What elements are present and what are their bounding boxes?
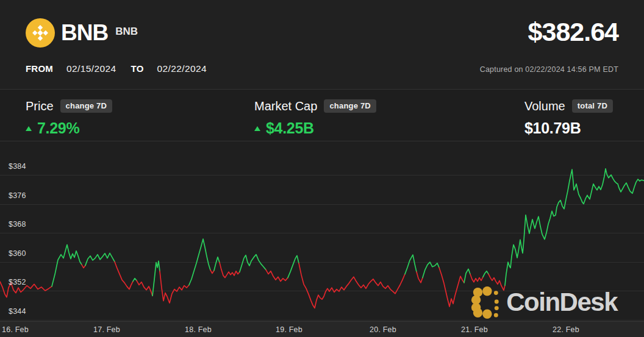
x-axis-label: 20. Feb: [370, 325, 396, 334]
y-axis-label: $376: [9, 191, 26, 200]
price-line-segment: [266, 270, 288, 282]
price-line-segment: [133, 278, 137, 282]
stat-badge: change 7D: [324, 99, 376, 113]
date-range: FROM 02/15/2024 TO 02/22/2024 Captured o…: [26, 63, 618, 74]
price-line-segment: [240, 255, 266, 272]
y-axis-label: $360: [9, 249, 26, 258]
price-line-segment: [288, 255, 299, 277]
y-axis-label: $352: [9, 278, 26, 286]
price-line-segment: [470, 274, 483, 282]
price-chart: CoinDesk $384$376$368$360$352$344: [0, 141, 644, 321]
header: BNB BNB $382.64 FROM 02/15/2024 TO 02/22…: [0, 0, 644, 89]
price-line-segment: [299, 263, 405, 308]
price-line-segment: [152, 261, 160, 296]
x-axis-label: 21. Feb: [461, 325, 488, 334]
coindesk-wordmark: CoinDesk: [506, 288, 617, 317]
price-line-segment: [405, 255, 417, 274]
stat-market-cap: Market Cap change 7D $4.25B: [254, 98, 524, 137]
price-line-segment: [137, 280, 152, 296]
x-axis-label: 22. Feb: [553, 325, 579, 334]
x-axis: 16. Feb17. Feb18. Feb19. Feb20. Feb21. F…: [0, 321, 644, 337]
up-triangle-icon: [26, 126, 32, 131]
price-line-segment: [214, 257, 220, 271]
to-label: TO: [131, 63, 144, 74]
price-line-segment: [82, 264, 85, 268]
stat-title: Volume: [524, 99, 565, 113]
current-price: $382.64: [528, 17, 618, 47]
bnb-logo-icon: [26, 18, 55, 48]
stat-title: Market Cap: [254, 99, 317, 113]
coindesk-price-card: BNB BNB $382.64 FROM 02/15/2024 TO 02/22…: [0, 0, 644, 337]
x-axis-label: 17. Feb: [93, 325, 120, 334]
y-axis-label: $344: [9, 307, 26, 316]
stat-badge: change 7D: [60, 99, 113, 113]
x-axis-label: 18. Feb: [185, 325, 212, 334]
price-line-segment: [52, 245, 82, 286]
coindesk-logo-mark-icon: [470, 286, 501, 319]
coin-ticker: BNB: [115, 26, 138, 38]
stat-badge: total 7D: [572, 99, 613, 113]
x-axis-label: 16. Feb: [2, 325, 29, 334]
captured-timestamp: Captured on 02/22/2024 14:56 PM EDT: [480, 65, 618, 74]
stats-row: Price change 7D 7.29% Market Cap change …: [0, 89, 644, 141]
price-line-segment: [423, 262, 439, 278]
price-line-segment: [439, 268, 464, 307]
coin-name: BNB: [61, 20, 108, 46]
coindesk-watermark: CoinDesk: [470, 286, 617, 319]
x-axis-label: 19. Feb: [276, 325, 302, 334]
price-line-segment: [189, 239, 210, 285]
up-triangle-icon: [254, 126, 260, 131]
stat-title: Price: [26, 99, 54, 113]
price-line-segment: [115, 262, 133, 289]
stat-value: 7.29%: [26, 119, 254, 137]
to-date: 02/22/2024: [157, 63, 207, 74]
from-date: 02/15/2024: [66, 63, 116, 74]
stat-volume: Volume total 7D $10.79B: [524, 98, 613, 137]
coin-identity: BNB BNB: [26, 18, 138, 48]
price-line-segment: [160, 271, 189, 303]
stat-value: $10.79B: [524, 119, 613, 137]
price-line-segment: [417, 272, 423, 283]
y-axis-label: $368: [9, 220, 26, 229]
from-label: FROM: [26, 63, 53, 74]
stat-value: $4.25B: [254, 119, 524, 137]
price-line-segment: [210, 270, 214, 273]
price-line-segment: [483, 271, 488, 277]
price-line-segment: [505, 169, 644, 285]
stat-price: Price change 7D 7.29%: [26, 98, 254, 137]
y-axis-label: $384: [9, 162, 26, 171]
price-line-segment: [464, 269, 470, 283]
price-line-segment: [220, 263, 240, 278]
price-line-segment: [85, 253, 115, 265]
